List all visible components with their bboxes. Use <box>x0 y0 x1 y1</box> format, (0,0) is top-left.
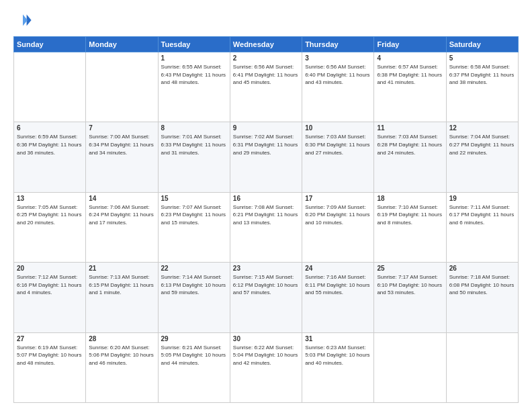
logo <box>13 11 34 30</box>
day-number: 7 <box>89 124 154 132</box>
cell-content: Sunrise: 6:21 AM Sunset: 5:05 PM Dayligh… <box>161 344 227 367</box>
cell-content: Sunrise: 7:01 AM Sunset: 6:33 PM Dayligh… <box>161 133 227 156</box>
cell-content: Sunrise: 7:16 AM Sunset: 6:11 PM Dayligh… <box>305 273 371 297</box>
day-number: 25 <box>377 265 443 272</box>
calendar-cell: 8Sunrise: 7:01 AM Sunset: 6:33 PM Daylig… <box>158 122 230 192</box>
day-number: 6 <box>17 124 83 132</box>
day-number: 24 <box>305 265 371 272</box>
day-number: 19 <box>449 195 515 202</box>
cell-content: Sunrise: 7:18 AM Sunset: 6:08 PM Dayligh… <box>449 273 515 297</box>
calendar-cell: 23Sunrise: 7:15 AM Sunset: 6:12 PM Dayli… <box>230 263 302 332</box>
cell-content: Sunrise: 7:03 AM Sunset: 6:28 PM Dayligh… <box>377 133 443 156</box>
day-number: 29 <box>161 335 227 342</box>
cell-content: Sunrise: 7:10 AM Sunset: 6:19 PM Dayligh… <box>377 203 443 227</box>
cell-content: Sunrise: 6:58 AM Sunset: 6:37 PM Dayligh… <box>449 63 515 87</box>
calendar-cell: 6Sunrise: 6:59 AM Sunset: 6:36 PM Daylig… <box>14 122 86 192</box>
day-number: 26 <box>449 265 515 272</box>
cell-content: Sunrise: 6:56 AM Sunset: 6:41 PM Dayligh… <box>233 63 299 87</box>
calendar-cell: 5Sunrise: 6:58 AM Sunset: 6:37 PM Daylig… <box>446 52 518 122</box>
weekday-header: Friday <box>374 37 446 52</box>
calendar-cell: 10Sunrise: 7:03 AM Sunset: 6:30 PM Dayli… <box>302 122 374 192</box>
day-number: 30 <box>233 335 299 342</box>
day-number: 16 <box>233 195 299 202</box>
day-number: 1 <box>161 54 227 62</box>
day-number: 3 <box>305 54 371 62</box>
weekday-header: Tuesday <box>158 37 230 52</box>
calendar-cell: 26Sunrise: 7:18 AM Sunset: 6:08 PM Dayli… <box>446 263 518 332</box>
calendar-cell: 4Sunrise: 6:57 AM Sunset: 6:38 PM Daylig… <box>374 52 446 122</box>
day-number: 9 <box>233 124 299 132</box>
calendar-cell: 25Sunrise: 7:17 AM Sunset: 6:10 PM Dayli… <box>374 263 446 332</box>
calendar-cell: 21Sunrise: 7:13 AM Sunset: 6:15 PM Dayli… <box>86 263 158 332</box>
day-number: 31 <box>305 335 371 342</box>
page: SundayMondayTuesdayWednesdayThursdayFrid… <box>0 0 532 411</box>
calendar-cell: 1Sunrise: 6:55 AM Sunset: 6:43 PM Daylig… <box>158 52 230 122</box>
cell-content: Sunrise: 6:56 AM Sunset: 6:40 PM Dayligh… <box>305 63 371 87</box>
calendar-week-row: 20Sunrise: 7:12 AM Sunset: 6:16 PM Dayli… <box>14 263 519 332</box>
cell-content: Sunrise: 7:07 AM Sunset: 6:23 PM Dayligh… <box>161 203 227 227</box>
cell-content: Sunrise: 7:06 AM Sunset: 6:24 PM Dayligh… <box>89 203 154 227</box>
calendar-cell <box>374 332 446 402</box>
calendar-cell: 16Sunrise: 7:08 AM Sunset: 6:21 PM Dayli… <box>230 192 302 262</box>
calendar-week-row: 13Sunrise: 7:05 AM Sunset: 6:25 PM Dayli… <box>14 192 519 262</box>
cell-content: Sunrise: 7:13 AM Sunset: 6:15 PM Dayligh… <box>89 273 154 297</box>
day-number: 17 <box>305 195 371 202</box>
day-number: 12 <box>449 124 515 132</box>
cell-content: Sunrise: 7:02 AM Sunset: 6:31 PM Dayligh… <box>233 133 299 156</box>
cell-content: Sunrise: 6:19 AM Sunset: 5:07 PM Dayligh… <box>17 344 83 367</box>
cell-content: Sunrise: 6:57 AM Sunset: 6:38 PM Dayligh… <box>377 63 443 87</box>
weekday-header: Sunday <box>14 37 86 52</box>
day-number: 18 <box>377 195 443 202</box>
weekday-header: Monday <box>86 37 158 52</box>
calendar-cell: 7Sunrise: 7:00 AM Sunset: 6:34 PM Daylig… <box>86 122 158 192</box>
calendar-cell: 2Sunrise: 6:56 AM Sunset: 6:41 PM Daylig… <box>230 52 302 122</box>
calendar-cell <box>446 332 518 402</box>
day-number: 21 <box>89 265 154 272</box>
calendar-week-row: 1Sunrise: 6:55 AM Sunset: 6:43 PM Daylig… <box>14 52 519 122</box>
calendar-cell: 20Sunrise: 7:12 AM Sunset: 6:16 PM Dayli… <box>14 263 86 332</box>
cell-content: Sunrise: 7:03 AM Sunset: 6:30 PM Dayligh… <box>305 133 371 156</box>
calendar-cell: 18Sunrise: 7:10 AM Sunset: 6:19 PM Dayli… <box>374 192 446 262</box>
calendar-week-row: 27Sunrise: 6:19 AM Sunset: 5:07 PM Dayli… <box>14 332 519 402</box>
day-number: 8 <box>161 124 227 132</box>
calendar-cell: 29Sunrise: 6:21 AM Sunset: 5:05 PM Dayli… <box>158 332 230 402</box>
cell-content: Sunrise: 7:14 AM Sunset: 6:13 PM Dayligh… <box>161 273 227 297</box>
weekday-header: Thursday <box>302 37 374 52</box>
cell-content: Sunrise: 7:05 AM Sunset: 6:25 PM Dayligh… <box>17 203 83 227</box>
cell-content: Sunrise: 7:04 AM Sunset: 6:27 PM Dayligh… <box>449 133 515 156</box>
calendar-header-row: SundayMondayTuesdayWednesdayThursdayFrid… <box>14 37 519 52</box>
logo-icon <box>13 11 32 30</box>
calendar-cell: 19Sunrise: 7:11 AM Sunset: 6:17 PM Dayli… <box>446 192 518 262</box>
calendar-cell: 14Sunrise: 7:06 AM Sunset: 6:24 PM Dayli… <box>86 192 158 262</box>
calendar-cell: 30Sunrise: 6:22 AM Sunset: 5:04 PM Dayli… <box>230 332 302 402</box>
day-number: 27 <box>17 335 83 342</box>
day-number: 22 <box>161 265 227 272</box>
cell-content: Sunrise: 6:59 AM Sunset: 6:36 PM Dayligh… <box>17 133 83 156</box>
cell-content: Sunrise: 7:12 AM Sunset: 6:16 PM Dayligh… <box>17 273 83 297</box>
calendar-cell: 12Sunrise: 7:04 AM Sunset: 6:27 PM Dayli… <box>446 122 518 192</box>
day-number: 15 <box>161 195 227 202</box>
weekday-header: Wednesday <box>230 37 302 52</box>
day-number: 28 <box>89 335 154 342</box>
calendar-cell: 24Sunrise: 7:16 AM Sunset: 6:11 PM Dayli… <box>302 263 374 332</box>
calendar-cell: 13Sunrise: 7:05 AM Sunset: 6:25 PM Dayli… <box>14 192 86 262</box>
cell-content: Sunrise: 6:23 AM Sunset: 5:03 PM Dayligh… <box>305 344 371 367</box>
day-number: 10 <box>305 124 371 132</box>
calendar-cell <box>86 52 158 122</box>
calendar-table: SundayMondayTuesdayWednesdayThursdayFrid… <box>13 36 519 403</box>
cell-content: Sunrise: 7:11 AM Sunset: 6:17 PM Dayligh… <box>449 203 515 227</box>
calendar-cell: 31Sunrise: 6:23 AM Sunset: 5:03 PM Dayli… <box>302 332 374 402</box>
calendar-cell: 22Sunrise: 7:14 AM Sunset: 6:13 PM Dayli… <box>158 263 230 332</box>
cell-content: Sunrise: 7:00 AM Sunset: 6:34 PM Dayligh… <box>89 133 154 156</box>
day-number: 14 <box>89 195 154 202</box>
cell-content: Sunrise: 7:08 AM Sunset: 6:21 PM Dayligh… <box>233 203 299 227</box>
day-number: 20 <box>17 265 83 272</box>
day-number: 23 <box>233 265 299 272</box>
day-number: 13 <box>17 195 83 202</box>
cell-content: Sunrise: 6:22 AM Sunset: 5:04 PM Dayligh… <box>233 344 299 367</box>
cell-content: Sunrise: 7:15 AM Sunset: 6:12 PM Dayligh… <box>233 273 299 297</box>
cell-content: Sunrise: 7:17 AM Sunset: 6:10 PM Dayligh… <box>377 273 443 297</box>
day-number: 11 <box>377 124 443 132</box>
cell-content: Sunrise: 6:55 AM Sunset: 6:43 PM Dayligh… <box>161 63 227 87</box>
calendar-cell: 3Sunrise: 6:56 AM Sunset: 6:40 PM Daylig… <box>302 52 374 122</box>
